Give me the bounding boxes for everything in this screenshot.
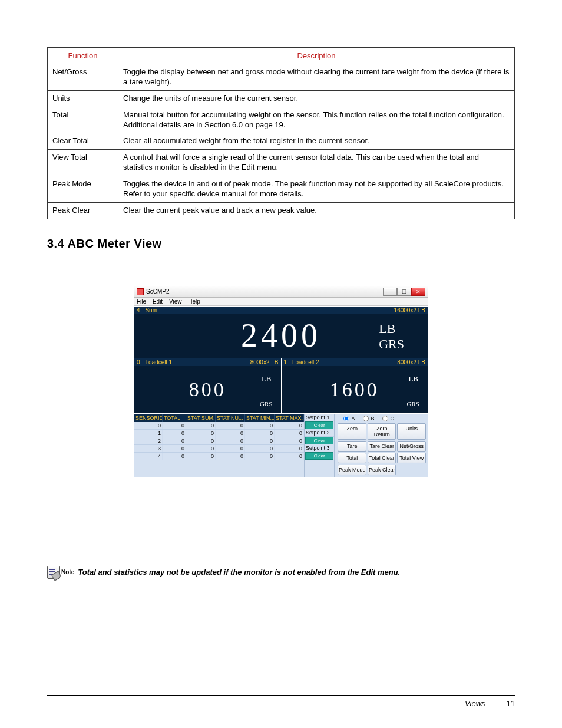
menu-view[interactable]: View [169, 298, 182, 305]
radio-c[interactable]: C [382, 416, 394, 421]
peak-mode-button[interactable]: Peak Mode [338, 465, 366, 475]
note-icon [47, 566, 60, 579]
setpoint-3-label[interactable]: Setpoint 3 [305, 444, 334, 452]
table-row: UnitsChange the units of measure for the… [48, 90, 515, 107]
menu-help[interactable]: Help [188, 298, 200, 305]
peak-clear-button[interactable]: Peak Clear [368, 465, 396, 475]
setpoint-1-clear-button[interactable]: Clear [305, 421, 333, 429]
loadcell2-display: LB 1600 GRS [282, 366, 428, 413]
controls-panel: A B C Zero Zero Return Units Tare Tare C… [334, 414, 428, 477]
table-row: Peak ModeToggles the device in and out o… [48, 176, 515, 203]
table-row: Clear TotalClear all accumulated weight … [48, 133, 515, 150]
loadcell2-header: 1 - Loadcell 2 8000x2 LB [282, 358, 428, 366]
page-footer: Views 11 [47, 695, 515, 708]
loadcell1-value: 800 [189, 378, 226, 401]
setpoint-1-label[interactable]: Setpoint 1 [305, 414, 334, 421]
zero-return-button[interactable]: Zero Return [368, 423, 396, 440]
net-gross-button[interactable]: Net/Gross [397, 441, 426, 452]
table-header-description: Description [118, 48, 515, 64]
setpoint-2-label[interactable]: Setpoint 2 [305, 429, 334, 437]
note-block: Note Total and statistics may not be upd… [47, 566, 515, 579]
table-row: 100000 [134, 430, 304, 437]
table-row: Net/GrossToggle the display between net … [48, 64, 515, 91]
app-window: ScCMP2 — ☐ ✕ File Edit View Help 4 - Sum… [134, 286, 428, 477]
zero-button[interactable]: Zero [338, 423, 366, 440]
table-row: 300000 [134, 445, 304, 453]
window-titlebar[interactable]: ScCMP2 — ☐ ✕ [134, 286, 428, 298]
window-close-button[interactable]: ✕ [411, 288, 425, 296]
sum-value: 2400 [241, 319, 321, 352]
figure-container: ScCMP2 — ☐ ✕ File Edit View Help 4 - Sum… [47, 286, 515, 477]
note-label: Note [61, 569, 74, 575]
table-header-function: Function [48, 48, 118, 64]
sum-mode: GRS [379, 338, 404, 351]
stats-header-sensorid[interactable]: SENSORID [134, 414, 163, 422]
table-row: TotalManual total button for accumulatin… [48, 107, 515, 133]
radio-a[interactable]: A [343, 416, 355, 421]
menu-bar: File Edit View Help [134, 298, 428, 306]
note-text: Total and statistics may not be updated … [78, 568, 400, 577]
setpoint-2-clear-button[interactable]: Clear [305, 437, 333, 444]
sum-header: 4 - Sum 16000x2 LB [134, 306, 428, 314]
loadcell2-range: 8000x2 LB [397, 359, 425, 365]
stats-header-statmin[interactable]: STAT MIN... [245, 414, 275, 422]
stats-header-statnu[interactable]: STAT NU... [216, 414, 245, 422]
footer-section: Views [465, 699, 485, 708]
sum-label: 4 - Sum [137, 307, 157, 314]
radio-b[interactable]: B [363, 416, 374, 421]
menu-file[interactable]: File [137, 298, 146, 305]
window-minimize-button[interactable]: — [383, 288, 397, 296]
table-row: 400000 [134, 453, 304, 460]
total-clear-button[interactable]: Total Clear [368, 453, 396, 463]
setpoint-panel: Setpoint 1 Clear Setpoint 2 Clear Setpoi… [304, 414, 334, 477]
stats-table: SENSORID TOTAL STAT SUM... STAT NU... ST… [134, 414, 304, 477]
loadcell1-label: 0 - Loadcell 1 [137, 359, 172, 365]
loadcell1-unit: LB [262, 374, 272, 384]
loadcell2-label: 1 - Loadcell 2 [284, 359, 319, 365]
loadcell1-mode: GRS [260, 400, 272, 407]
setpoint-3-clear-button[interactable]: Clear [305, 452, 333, 460]
sum-unit: LB [379, 322, 404, 335]
loadcell1-range: 8000x2 LB [250, 359, 279, 365]
stats-header-statsum[interactable]: STAT SUM... [186, 414, 216, 422]
tare-button[interactable]: Tare [338, 441, 366, 452]
window-title: ScCMP2 [146, 288, 169, 295]
function-description-table: Function Description Net/GrossToggle the… [47, 47, 515, 219]
window-maximize-button[interactable]: ☐ [397, 288, 411, 296]
stats-header-statmax[interactable]: STAT MAX... [275, 414, 304, 422]
table-row: View TotalA control that will force a si… [48, 150, 515, 176]
sum-display: 2400 LB GRS [134, 314, 428, 358]
loadcell1-display: LB 800 GRS [134, 366, 281, 413]
loadcell2-unit: LB [408, 374, 418, 384]
footer-page-number: 11 [507, 699, 515, 708]
table-row: 000000 [134, 422, 304, 430]
sum-range: 16000x2 LB [394, 307, 425, 314]
tare-clear-button[interactable]: Tare Clear [368, 441, 396, 452]
section-heading: 3.4 ABC Meter View [47, 237, 515, 251]
loadcell1-header: 0 - Loadcell 1 8000x2 LB [134, 358, 281, 366]
menu-edit[interactable]: Edit [153, 298, 163, 305]
table-row: 200000 [134, 437, 304, 445]
total-button[interactable]: Total [338, 453, 366, 463]
total-view-button[interactable]: Total View [397, 453, 426, 463]
app-icon [137, 288, 144, 295]
table-row: Peak ClearClear the current peak value a… [48, 202, 515, 219]
units-button[interactable]: Units [397, 423, 426, 440]
loadcell2-value: 1600 [330, 378, 379, 401]
loadcell2-mode: GRS [407, 400, 419, 407]
stats-header-total[interactable]: TOTAL [163, 414, 186, 422]
